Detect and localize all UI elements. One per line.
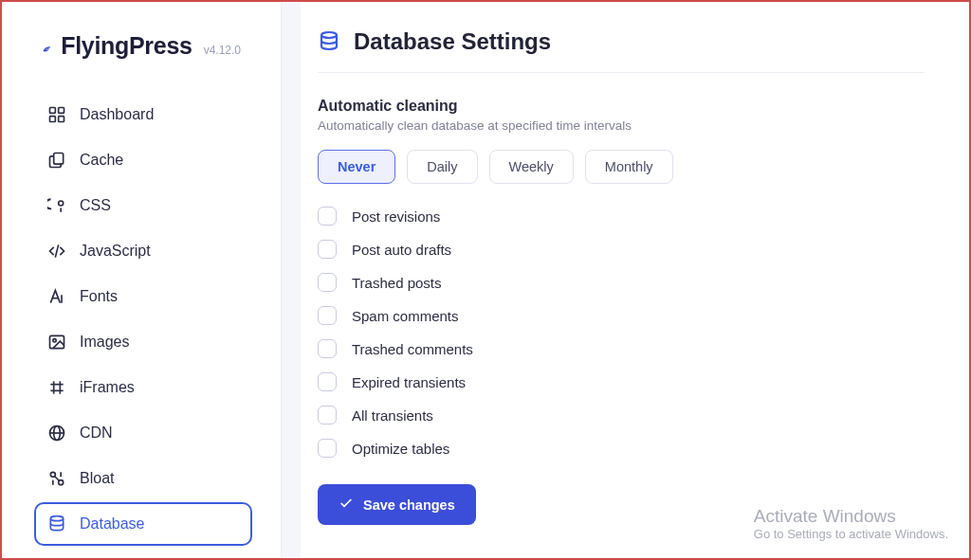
svg-rect-4	[54, 154, 64, 165]
checkbox-label: Expired transients	[352, 374, 466, 390]
svg-rect-1	[59, 108, 64, 114]
svg-rect-3	[59, 117, 64, 122]
svg-line-6	[55, 244, 58, 257]
automatic-cleaning-section: Automatic cleaning Automatically clean d…	[318, 98, 924, 525]
svg-line-20	[55, 477, 60, 481]
images-icon	[47, 333, 66, 352]
option-all-transients: All transients	[318, 406, 924, 425]
page-title: Database Settings	[354, 28, 551, 55]
check-icon	[339, 496, 354, 514]
cleaning-options-list: Post revisions Post auto drafts Trashed …	[318, 207, 924, 458]
sidebar-item-label: iFrames	[80, 379, 135, 396]
option-post-revisions: Post revisions	[318, 207, 924, 226]
sidebar-item-javascript[interactable]: JavaScript	[34, 229, 252, 273]
sidebar-item-dashboard[interactable]: Dashboard	[34, 93, 252, 136]
sidebar-item-cache[interactable]: Cache	[34, 138, 252, 182]
checkbox[interactable]	[318, 406, 337, 425]
sidebar-item-label: Database	[80, 515, 145, 533]
fonts-icon	[47, 287, 66, 306]
checkbox-label: Trashed posts	[352, 275, 442, 291]
brand-logo-icon	[42, 32, 51, 66]
sidebar-item-label: Fonts	[80, 288, 118, 305]
checkbox-label: All transients	[352, 407, 433, 424]
svg-point-23	[50, 516, 63, 521]
sidebar-item-label: Images	[80, 334, 129, 351]
checkbox-label: Post auto drafts	[352, 242, 451, 258]
checkbox-label: Optimize tables	[352, 441, 449, 457]
sidebar-item-label: Bloat	[80, 470, 114, 487]
interval-option-never[interactable]: Never	[318, 150, 395, 184]
option-trashed-comments: Trashed comments	[318, 339, 924, 358]
brand: FlyingPress v4.12.0	[2, 21, 281, 89]
main-content: Database Settings Automatic cleaning Aut…	[301, 2, 969, 558]
checkbox[interactable]	[318, 240, 337, 259]
svg-point-5	[59, 201, 64, 206]
save-button[interactable]: Save changes	[318, 484, 476, 525]
svg-rect-2	[50, 117, 56, 122]
sidebar-item-database[interactable]: Database	[34, 502, 252, 546]
option-trashed-posts: Trashed posts	[318, 273, 924, 292]
option-optimize-tables: Optimize tables	[318, 439, 924, 458]
watermark-subtitle: Go to Settings to activate Windows.	[754, 527, 948, 541]
section-title: Automatic cleaning	[318, 98, 924, 115]
bloat-icon	[47, 469, 66, 488]
checkbox[interactable]	[318, 439, 337, 458]
sidebar: FlyingPress v4.12.0 Dashboard Cache	[2, 2, 282, 558]
section-description: Automatically clean database at specifie…	[318, 118, 924, 133]
svg-rect-0	[50, 108, 56, 114]
sidebar-nav: Dashboard Cache CSS JavaScript	[2, 89, 281, 546]
cdn-icon	[47, 424, 66, 443]
checkbox-label: Trashed comments	[352, 341, 473, 357]
checkbox[interactable]	[318, 306, 337, 325]
sidebar-item-fonts[interactable]: Fonts	[34, 275, 252, 318]
brand-name: FlyingPress	[61, 32, 192, 60]
interval-option-monthly[interactable]: Monthly	[585, 150, 673, 184]
database-icon	[318, 30, 340, 53]
divider	[318, 72, 924, 73]
checkbox-label: Post revisions	[352, 208, 440, 225]
option-expired-transients: Expired transients	[318, 372, 924, 391]
interval-option-weekly[interactable]: Weekly	[489, 150, 574, 184]
checkbox[interactable]	[318, 207, 337, 226]
sidebar-item-label: CDN	[80, 425, 113, 442]
sidebar-item-label: CSS	[80, 197, 111, 214]
brand-version: v4.12.0	[204, 44, 241, 57]
sidebar-item-label: JavaScript	[80, 243, 151, 260]
database-icon	[47, 515, 66, 533]
interval-options: Never Daily Weekly Monthly	[318, 150, 924, 184]
sidebar-item-bloat[interactable]: Bloat	[34, 457, 252, 500]
checkbox[interactable]	[318, 273, 337, 292]
interval-option-daily[interactable]: Daily	[407, 150, 477, 184]
cache-icon	[47, 151, 66, 170]
svg-point-10	[53, 339, 56, 342]
css-icon	[47, 196, 66, 215]
iframes-icon	[47, 378, 66, 397]
javascript-icon	[47, 242, 66, 261]
sidebar-item-css[interactable]: CSS	[34, 184, 252, 227]
dashboard-icon	[47, 105, 66, 124]
option-spam-comments: Spam comments	[318, 306, 924, 325]
sidebar-item-label: Dashboard	[80, 106, 154, 123]
checkbox[interactable]	[318, 372, 337, 391]
save-button-label: Save changes	[363, 497, 455, 513]
svg-point-24	[321, 32, 337, 38]
page-title-row: Database Settings	[318, 28, 924, 55]
checkbox[interactable]	[318, 339, 337, 358]
option-post-auto-drafts: Post auto drafts	[318, 240, 924, 259]
sidebar-item-cdn[interactable]: CDN	[34, 411, 252, 455]
sidebar-item-label: Cache	[80, 152, 123, 169]
checkbox-label: Spam comments	[352, 308, 459, 324]
sidebar-item-iframes[interactable]: iFrames	[34, 366, 252, 409]
sidebar-item-images[interactable]: Images	[34, 320, 252, 364]
